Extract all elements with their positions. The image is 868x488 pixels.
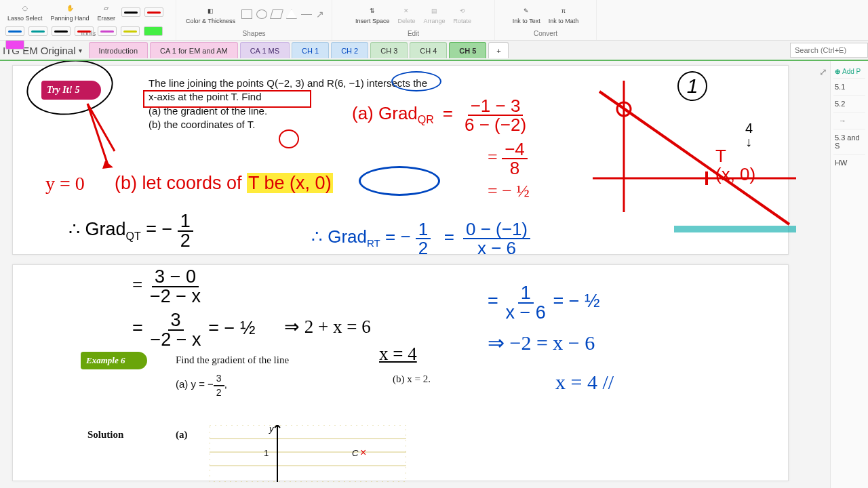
pen-teal[interactable] — [28, 26, 47, 36]
ribbon-group-convert: ✎Ink to Text πInk to Math Convert — [495, 0, 597, 40]
work-a-step2: = −48 — [488, 140, 528, 177]
page-item[interactable]: HW — [833, 154, 865, 171]
rotate-icon: ⟲ — [456, 5, 469, 17]
eraser-button[interactable]: ▱Eraser — [96, 1, 118, 22]
pen-black[interactable] — [121, 7, 140, 17]
sketch-T: T(x, 0) — [715, 147, 755, 184]
svg-line-2 — [599, 92, 789, 224]
tab-ch4[interactable]: CH 4 — [410, 42, 447, 58]
arrow-annotation — [64, 101, 125, 182]
circle-xy — [359, 166, 440, 196]
shape-ellipse[interactable] — [256, 9, 267, 19]
ink-to-math-button[interactable]: πInk to Math — [547, 4, 581, 25]
hand-icon: ✋ — [64, 2, 76, 14]
sketch-axes — [593, 77, 796, 232]
page-item[interactable]: → — [833, 112, 865, 129]
eraser-icon: ▱ — [100, 2, 113, 14]
workspace: ⤢ Try It! 5 The line joining the points … — [0, 61, 868, 488]
insert-space-button[interactable]: ⇅Insert Space — [353, 4, 392, 25]
chevron-down-icon: ▾ — [79, 47, 82, 54]
note-container-2: = 3 − 0−2 − x = 3−2 − x = − ½ ⇒ 2 + x = … — [12, 264, 789, 481]
work-gradqt: ∴ GradQT = − 12 — [68, 212, 193, 250]
pen-pink[interactable] — [98, 26, 117, 36]
pen-black-2[interactable] — [52, 26, 71, 36]
ribbon-group-edit: ⇅Insert Space ✕Delete ▤Arrange ⟲Rotate E… — [332, 0, 495, 40]
color-thickness-button[interactable]: ◧Color & Thickness — [184, 4, 237, 25]
insert-space-icon: ⇅ — [366, 5, 378, 17]
shape-rect[interactable] — [241, 9, 252, 19]
shape-line[interactable] — [301, 14, 312, 15]
annotation-box — [143, 90, 311, 108]
ink-text-icon: ✎ — [520, 5, 532, 17]
shape-triangle[interactable] — [286, 9, 297, 19]
work-qt-frac: = 3 − 0−2 − x — [132, 268, 203, 306]
arrange-button[interactable]: ▤Arrange — [421, 4, 447, 25]
circle-T — [279, 129, 299, 148]
add-page-button[interactable]: ⊕Add P — [833, 65, 865, 78]
note-yzero: y = 0 — [45, 174, 85, 193]
tab-ch3[interactable]: CH 3 — [370, 42, 408, 58]
arrange-icon: ▤ — [429, 5, 441, 17]
tab-ca1-ms[interactable]: CA 1 MS — [240, 42, 290, 58]
shape-arrow[interactable]: ↗ — [316, 9, 324, 20]
page-item[interactable]: 5.1 — [833, 78, 865, 95]
ink-math-icon: π — [557, 5, 570, 17]
work-gradrt: ∴ GradRT = − 12 = 0 − (−1)x − 6 — [311, 220, 530, 257]
svg-text:1: 1 — [264, 448, 269, 458]
ribbon: ◌Lasso Select ✋Panning Hand ▱Eraser Tool… — [0, 0, 868, 41]
ribbon-group-tools: ◌Lasso Select ✋Panning Hand ▱Eraser Tool… — [0, 0, 176, 40]
page-item[interactable]: 5.3 and S — [833, 129, 865, 154]
svg-text:C: C — [352, 448, 359, 458]
svg-rect-5 — [210, 425, 406, 482]
work-a-label: (a) GradQR = −1 − 36 − (−2) — [352, 97, 529, 134]
work-a-ans: = − ½ — [488, 182, 530, 200]
solution-label: Solution — [87, 428, 123, 441]
svg-text:y: y — [269, 425, 275, 434]
work-rt-step2: = 1x − 6 = − ½ — [488, 284, 600, 322]
highlighter-green[interactable] — [144, 26, 163, 36]
try-it-badge: Try It! 5 — [41, 81, 101, 100]
example-badge: Example 6 — [81, 352, 147, 369]
svg-text:×: × — [360, 447, 366, 458]
rotate-button[interactable]: ⟲Rotate — [452, 4, 474, 25]
work-qt-step2: = 3−2 − x = − ½ — [132, 311, 255, 349]
highlighter-pink[interactable] — [5, 40, 24, 49]
ans-x4: x = 4 — [379, 345, 417, 363]
tab-add-button[interactable]: + — [488, 42, 509, 58]
solution-grid: y 1 C × — [210, 425, 406, 482]
example-prompt: Find the gradient of the line — [176, 353, 289, 367]
page-canvas[interactable]: ⤢ Try It! 5 The line joining the points … — [0, 61, 830, 488]
delete-icon: ✕ — [400, 5, 412, 17]
pen-yellow[interactable] — [121, 26, 140, 36]
ribbon-group-label-edit: Edit — [408, 30, 419, 39]
example-a: (a) y = −32, — [176, 372, 227, 399]
delete-button[interactable]: ✕Delete — [395, 4, 417, 25]
tab-introduction[interactable]: Introduction — [89, 42, 148, 58]
search-input[interactable] — [790, 43, 868, 58]
page-item[interactable]: 5.2 — [833, 95, 865, 112]
panning-hand-button[interactable]: ✋Panning Hand — [49, 1, 92, 22]
tab-ca1-em-am[interactable]: CA 1 for EM and AM — [150, 42, 238, 58]
page-list-panel: ⊕Add P 5.1 5.2 → 5.3 and S HW — [830, 61, 868, 488]
tab-ch5[interactable]: CH 5 — [449, 42, 486, 58]
fullscreen-icon[interactable]: ⤢ — [819, 66, 827, 77]
circle-R — [391, 71, 441, 92]
pen-red-2[interactable] — [75, 26, 94, 36]
ribbon-group-color: ◧Color & Thickness ↗ Shapes — [176, 0, 332, 40]
shape-parallelogram[interactable] — [270, 9, 283, 19]
ink-to-text-button[interactable]: ✎Ink to Text — [511, 4, 542, 25]
work-qt-imp: ⇒ 2 + x = 6 — [284, 318, 371, 336]
pen-red[interactable] — [144, 7, 163, 17]
plus-icon: ⊕ — [835, 68, 840, 75]
example-b: (b) x = 2. — [393, 372, 431, 386]
sketch-4: 4↓ — [745, 121, 753, 148]
pen-blue[interactable] — [5, 26, 24, 36]
tab-ch1[interactable]: CH 1 — [292, 42, 329, 58]
note-container-1: Try It! 5 The line joining the points Q(… — [12, 65, 789, 255]
lasso-select-button[interactable]: ◌Lasso Select — [5, 1, 45, 22]
work-rt-imp: ⇒ −2 = x − 6 — [488, 333, 595, 353]
ribbon-group-label-convert: Convert — [534, 30, 557, 39]
tab-ch2[interactable]: CH 2 — [331, 42, 368, 58]
ans-x4-blue: x = 4 // — [555, 372, 614, 392]
titlebar: ITG EM Original ▾ Introduction CA 1 for … — [0, 41, 868, 61]
